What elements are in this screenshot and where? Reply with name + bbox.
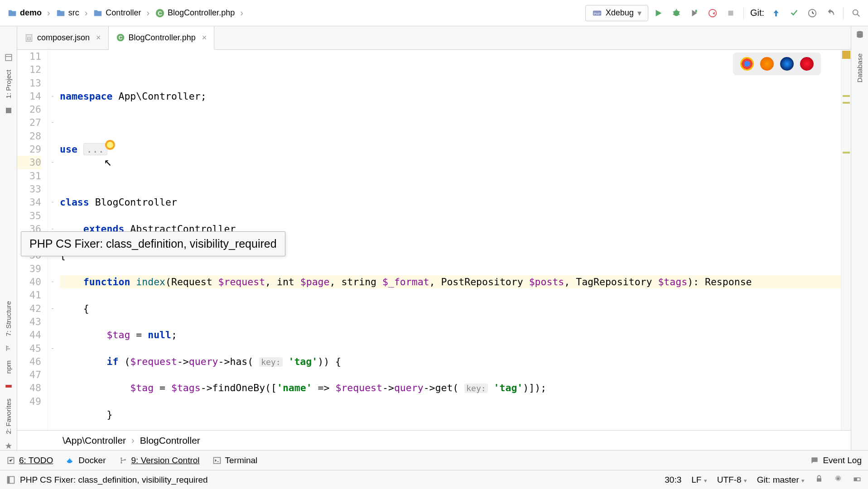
chevron-right-icon: › bbox=[131, 435, 135, 446]
coverage-button[interactable] bbox=[686, 5, 703, 21]
run-config-selector[interactable]: PHP Xdebug ▾ bbox=[585, 5, 648, 21]
terminal-icon bbox=[212, 456, 222, 465]
class-icon: C bbox=[155, 8, 165, 18]
history-button[interactable] bbox=[804, 5, 820, 21]
class-icon: C bbox=[116, 33, 125, 42]
crumb-controller[interactable]: Controller bbox=[89, 6, 145, 20]
stop-button[interactable] bbox=[723, 5, 739, 21]
clock-icon bbox=[807, 8, 817, 18]
coverage-icon bbox=[690, 8, 699, 18]
npm-icon[interactable] bbox=[5, 382, 13, 390]
crumb-class[interactable]: BlogController bbox=[140, 435, 200, 446]
crumb-namespace[interactable]: \App\Controller bbox=[63, 435, 126, 446]
bug-icon bbox=[671, 8, 681, 18]
browser-preview-bar bbox=[733, 53, 821, 75]
caret-position[interactable]: 30:3 bbox=[665, 475, 681, 485]
svg-point-4 bbox=[673, 10, 679, 16]
chevron-down-icon: ▾ bbox=[637, 8, 641, 18]
status-bar: PHP CS Fixer: class_definition, visibili… bbox=[0, 470, 868, 489]
svg-text:C: C bbox=[158, 10, 162, 16]
tool-favorites[interactable]: 2: Favorites bbox=[5, 398, 12, 434]
svg-rect-25 bbox=[817, 478, 821, 482]
file-encoding[interactable]: UTF-8 ▾ bbox=[717, 475, 747, 485]
status-message: PHP CS Fixer: class_definition, visibili… bbox=[20, 475, 208, 485]
chevron-right-icon: › bbox=[85, 8, 88, 18]
editor-tabs: { } composer.json × C BlogController.php… bbox=[17, 26, 851, 50]
svg-rect-28 bbox=[854, 478, 857, 481]
line-separator[interactable]: LF ▾ bbox=[691, 475, 707, 485]
docker-icon bbox=[66, 456, 75, 465]
collapse-icon[interactable] bbox=[5, 53, 13, 62]
tool-vcs[interactable]: 9: Version Control bbox=[119, 455, 200, 465]
svg-rect-17 bbox=[5, 385, 12, 388]
commit-icon bbox=[789, 8, 799, 18]
close-icon[interactable]: × bbox=[93, 33, 101, 43]
update-button[interactable] bbox=[768, 5, 784, 21]
inspection-tooltip: PHP CS Fixer: class_definition, visibili… bbox=[21, 231, 285, 256]
profile-icon bbox=[708, 8, 718, 18]
tool-todo[interactable]: 6: TODO bbox=[6, 455, 53, 465]
safari-icon[interactable] bbox=[780, 57, 794, 71]
svg-rect-16 bbox=[6, 108, 11, 113]
svg-point-19 bbox=[121, 457, 122, 459]
chrome-icon[interactable] bbox=[740, 57, 754, 71]
firefox-icon[interactable] bbox=[760, 57, 774, 71]
readonly-toggle[interactable] bbox=[815, 474, 824, 485]
svg-rect-5 bbox=[695, 10, 697, 12]
gear-icon bbox=[834, 474, 843, 483]
crumb-file[interactable]: C BlogController.php bbox=[151, 6, 238, 20]
revert-button[interactable] bbox=[822, 5, 839, 21]
memory-indicator[interactable] bbox=[853, 474, 862, 485]
structure-icon[interactable] bbox=[5, 344, 13, 352]
play-icon bbox=[653, 8, 663, 18]
debug-button[interactable] bbox=[668, 5, 685, 21]
navigation-breadcrumbs: demo › src › Controller › C BlogControll… bbox=[4, 6, 583, 20]
toolwindow-toggle-icon[interactable] bbox=[6, 475, 15, 484]
todo-icon bbox=[6, 456, 15, 465]
svg-rect-22 bbox=[213, 457, 220, 463]
tool-docker[interactable]: Docker bbox=[66, 455, 106, 465]
commit-button[interactable] bbox=[786, 5, 802, 21]
run-button[interactable] bbox=[650, 5, 666, 21]
right-tools-rail: Database bbox=[851, 50, 868, 450]
crumb-src[interactable]: src bbox=[52, 6, 83, 20]
chevron-right-icon: › bbox=[240, 8, 243, 18]
tool-terminal[interactable]: Terminal bbox=[212, 455, 258, 465]
toolwindow-bar: 6: TODO Docker 9: Version Control Termin… bbox=[0, 450, 868, 470]
svg-rect-7 bbox=[728, 10, 733, 15]
error-stripe[interactable] bbox=[841, 50, 851, 430]
svg-rect-24 bbox=[8, 476, 10, 483]
lock-icon bbox=[815, 474, 824, 483]
left-rail-top bbox=[0, 26, 17, 50]
tool-eventlog[interactable]: Event Log bbox=[810, 455, 862, 465]
star-icon[interactable] bbox=[5, 442, 13, 450]
svg-point-20 bbox=[121, 462, 122, 463]
editor-breadcrumb: \App\Controller › BlogController bbox=[17, 430, 851, 450]
tool-structure[interactable]: 7: Structure bbox=[5, 301, 12, 336]
event-log-icon bbox=[810, 456, 819, 465]
chevron-right-icon: › bbox=[146, 8, 149, 18]
php-icon: PHP bbox=[592, 8, 602, 18]
stop-icon bbox=[726, 8, 736, 18]
branch-icon bbox=[119, 456, 128, 465]
intention-bulb-icon[interactable] bbox=[105, 140, 115, 150]
search-button[interactable] bbox=[848, 5, 864, 21]
crumb-project[interactable]: demo bbox=[4, 6, 45, 20]
close-icon[interactable]: × bbox=[199, 33, 207, 43]
git-branch[interactable]: Git: master ▾ bbox=[757, 475, 805, 485]
opera-icon[interactable] bbox=[800, 57, 814, 71]
folder-icon bbox=[56, 8, 66, 18]
svg-text:PHP: PHP bbox=[593, 11, 600, 15]
tab-composer-json[interactable]: { } composer.json × bbox=[17, 26, 109, 49]
json-icon: { } bbox=[24, 34, 34, 43]
tool-database[interactable]: Database bbox=[856, 53, 863, 82]
tool-project[interactable]: 1: Project bbox=[5, 70, 12, 98]
interpreter-settings[interactable] bbox=[834, 474, 843, 485]
svg-text:C: C bbox=[118, 34, 122, 40]
left-tools-rail: 1: Project 7: Structure npm 2: Favorites bbox=[0, 50, 17, 450]
project-icon[interactable] bbox=[5, 106, 13, 115]
folder-icon bbox=[93, 8, 103, 18]
tool-npm[interactable]: npm bbox=[5, 360, 12, 374]
profile-button[interactable] bbox=[704, 5, 721, 21]
tab-blogcontroller[interactable]: C BlogController.php × bbox=[109, 26, 215, 50]
